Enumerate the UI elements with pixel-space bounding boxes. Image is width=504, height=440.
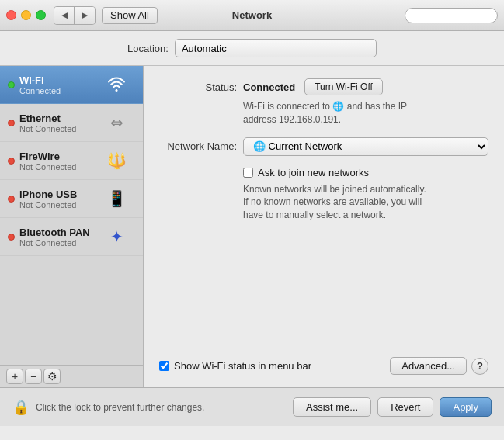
forward-button[interactable]: ▶ [75,7,95,24]
sidebar-item-firewire[interactable]: FireWire Not Connected 🔱 [0,142,143,180]
network-name-select[interactable]: 🌐 Current Network [243,137,488,156]
back-button[interactable]: ◀ [54,7,75,24]
sidebar-item-iphone-usb[interactable]: iPhone USB Not Connected 📱 [0,180,143,218]
iphone-item-name: iPhone USB [19,189,104,200]
window-title: Network [232,9,272,21]
show-all-button[interactable]: Show All [102,7,158,24]
remove-network-button[interactable]: − [25,369,42,384]
detail-bottom: Show Wi-Fi status in menu bar Advanced..… [159,357,488,375]
lock-label: Click the lock to prevent further change… [36,402,287,413]
firewire-status-dot [8,158,15,165]
firewire-item-name: FireWire [19,151,104,162]
close-button[interactable] [6,10,16,20]
sidebar-item-ethernet[interactable]: Ethernet Not Connected ⇔ [0,104,143,142]
sidebar-item-bluetooth-pan[interactable]: Bluetooth PAN Not Connected ✦ [0,218,143,256]
sidebar-toolbar: + − ⚙ [0,365,143,387]
ask-to-join-row: Ask to join new networks [243,167,488,178]
main-content: Wi-Fi Connected Ethernet Not Connected [0,65,504,387]
iphone-item-status: Not Connected [19,200,104,210]
ethernet-item-status: Not Connected [19,124,104,133]
revert-button[interactable]: Revert [377,397,433,417]
svg-point-0 [116,89,118,92]
search-input[interactable] [405,8,498,23]
network-name-label: Network Name: [159,140,237,152]
add-network-button[interactable]: + [6,369,23,384]
firewire-icon: 🔱 [104,148,129,173]
advanced-button[interactable]: Advanced... [390,357,467,375]
titlebar: ◀ ▶ Show All Network [0,0,504,31]
network-name-row: Network Name: 🌐 Current Network [159,137,488,156]
nav-buttons: ◀ ▶ [54,6,96,25]
status-row: Status: Connected Turn Wi-Fi Off [159,78,488,95]
iphone-status-dot [8,196,15,203]
ask-to-join-description: Known networks will be joined automatica… [243,183,488,222]
location-select[interactable]: Automatic Edit Locations... [175,39,377,57]
wifi-icon [104,72,129,97]
firewire-item-status: Not Connected [19,162,104,171]
minimize-button[interactable] [21,10,31,20]
location-label: Location: [127,43,169,54]
assist-me-button[interactable]: Assist me... [293,397,371,417]
location-bar: Location: Automatic Edit Locations... [0,31,504,65]
iphone-item-text: iPhone USB Not Connected [19,189,104,210]
wifi-status-dot [8,81,15,88]
wifi-item-name: Wi-Fi [19,74,104,86]
bluetooth-item-text: Bluetooth PAN Not Connected [19,227,104,248]
bluetooth-item-status: Not Connected [19,238,104,248]
show-wifi-row: Show Wi-Fi status in menu bar [159,360,311,372]
sidebar: Wi-Fi Connected Ethernet Not Connected [0,66,144,387]
ask-to-join-checkbox[interactable] [243,168,253,178]
bluetooth-item-name: Bluetooth PAN [19,227,104,238]
wifi-item-text: Wi-Fi Connected [19,74,104,95]
status-label: Status: [159,81,237,93]
location-select-wrapper: Automatic Edit Locations... [175,39,377,57]
status-description: Wi-Fi is connected to 🌐 and has the IPad… [243,100,488,126]
ethernet-item-text: Ethernet Not Connected [19,113,104,133]
status-value: Connected [243,81,295,93]
network-settings-button[interactable]: ⚙ [43,369,61,384]
sidebar-item-wifi[interactable]: Wi-Fi Connected [0,66,143,104]
wifi-item-status: Connected [19,86,104,95]
network-name-select-wrapper: 🌐 Current Network [243,137,488,156]
detail-panel: Status: Connected Turn Wi-Fi Off Wi-Fi i… [144,66,504,387]
ethernet-status-dot [8,120,15,126]
firewire-item-text: FireWire Not Connected [19,151,104,171]
ethernet-item-name: Ethernet [19,113,104,124]
ask-to-join-label: Ask to join new networks [258,167,369,178]
traffic-lights [6,10,46,20]
bluetooth-status-dot [8,234,15,241]
turn-wifi-off-button[interactable]: Turn Wi-Fi Off [304,78,383,95]
maximize-button[interactable] [36,10,46,20]
show-wifi-checkbox[interactable] [159,361,169,371]
iphone-icon: 📱 [104,186,129,211]
show-wifi-label: Show Wi-Fi status in menu bar [174,360,311,372]
lock-icon[interactable]: 🔒 [12,399,30,416]
ethernet-icon: ⇔ [104,110,129,135]
bottom-bar: 🔒 Click the lock to prevent further chan… [0,387,504,426]
bluetooth-icon: ✦ [104,224,129,249]
apply-button[interactable]: Apply [440,397,492,417]
help-button[interactable]: ? [471,358,488,375]
